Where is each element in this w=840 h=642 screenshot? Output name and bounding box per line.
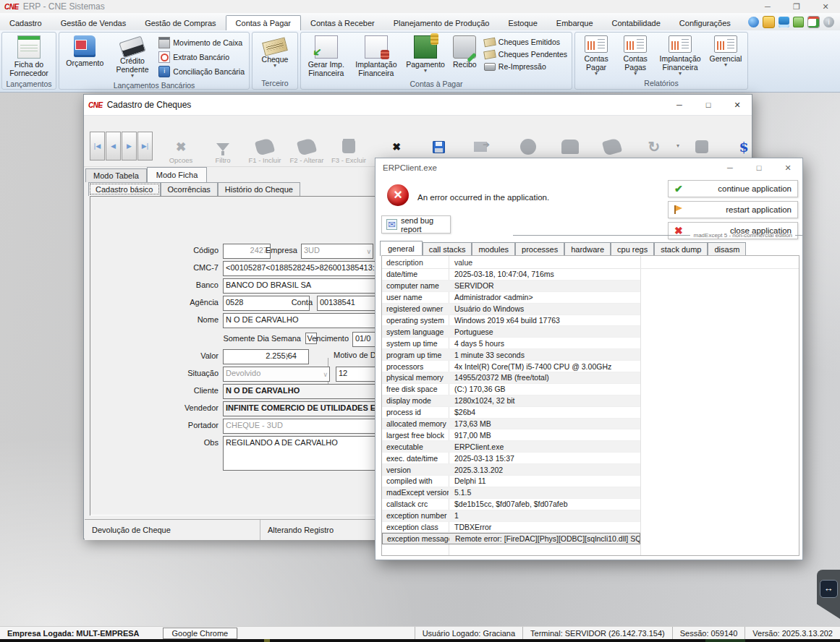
tab-cadastro-basico[interactable]: Cadastro básico [88, 182, 161, 196]
tab-modules[interactable]: modules [472, 242, 515, 256]
table-row[interactable]: operating systemWindows 2019 x64 build 1… [382, 315, 640, 327]
maximize-icon[interactable]: □ [744, 163, 773, 173]
table-row[interactable]: executableERPClient.exe [382, 441, 640, 453]
tab-contabilidade[interactable]: Contabilidade [603, 16, 670, 30]
google-chrome-task[interactable]: Google Chrome [163, 628, 238, 639]
recibo-button[interactable]: Recibo [449, 34, 481, 79]
chart-icon[interactable] [779, 17, 789, 27]
table-row[interactable]: allocated memory173,63 MB [382, 419, 640, 430]
maximize-icon[interactable]: ❐ [782, 2, 811, 12]
table-row[interactable]: version2025.3.13.202 [382, 464, 640, 476]
rel-implantacao-button[interactable]: Implantação Financeira [655, 34, 705, 78]
table-row[interactable]: system languagePortuguese [382, 326, 640, 338]
continue-application-button[interactable]: ✔ continue application [668, 180, 798, 197]
tab-general[interactable]: general [380, 241, 423, 256]
table-row[interactable]: processors4x Intel(R) Core(TM) i5-7400 C… [382, 361, 640, 372]
tab-cpu-regs[interactable]: cpu regs [611, 242, 654, 256]
filtro-button[interactable]: Filtro [202, 125, 244, 166]
table-row[interactable]: computer nameSERVIDOR [382, 281, 640, 292]
table-row-selected[interactable]: exception messageRemote error: [FireDAC]… [382, 533, 640, 544]
cheques-titlebar[interactable]: CNE Cadastro de Cheques ─ □ ✕ [84, 95, 752, 116]
next-record-button[interactable]: ▶ [122, 132, 137, 160]
movimento-caixa-button[interactable]: Movimento de Caixa [158, 37, 245, 48]
prev-record-button[interactable]: ◀ [106, 132, 121, 160]
info-icon[interactable]: i [823, 17, 834, 27]
rel-gerencial-button[interactable]: Gerencial [705, 34, 746, 78]
cheques-pendentes-button[interactable]: Cheques Pendentes [484, 49, 567, 59]
ficha-fornecedor-button[interactable]: Ficha do Fornecedor [4, 34, 54, 79]
table-row[interactable]: exec. date/time2025-03-13 15:37 [382, 453, 640, 464]
globe-icon[interactable] [748, 17, 759, 27]
orcamento-button[interactable]: Orçamento [61, 34, 109, 80]
tab-estoque[interactable]: Estoque [499, 16, 546, 30]
last-record-button[interactable]: ▶| [137, 132, 153, 160]
table-row[interactable]: compiled withDelphi 11 [382, 476, 640, 487]
credito-pendente-button[interactable]: Crédito Pendente [109, 34, 156, 80]
empresa-select[interactable]: 3UD∨ [301, 244, 373, 259]
tab-gestao-vendas[interactable]: Gestão de Vendas [51, 16, 136, 30]
send-bug-report-button[interactable]: ✉ send bug report [381, 215, 451, 234]
re-impressao-button[interactable]: Re-Impressão [484, 61, 567, 71]
tab-call-stacks[interactable]: call stacks [423, 242, 472, 256]
devolucao-dropdown-icon[interactable]: ▾ [676, 142, 679, 149]
minimize-icon[interactable]: ─ [753, 2, 782, 12]
tab-disasm[interactable]: disasm [708, 242, 746, 256]
table-row[interactable]: callstack crc$de1b15cc, $fd07afeb, $fd07… [382, 499, 640, 510]
table-row[interactable]: exception classTDBXError [382, 522, 640, 534]
tab-planejamento[interactable]: Planejamento de Produção [384, 16, 499, 30]
calendar-icon[interactable] [807, 16, 820, 28]
table-row[interactable]: registered ownerUsuário do Windows [382, 304, 640, 315]
table-row[interactable]: date/time2025-03-18, 10:47:04, 716ms [382, 269, 640, 281]
implantacao-financeira-button[interactable]: Implantação Financeira [349, 34, 402, 79]
opcoes-button[interactable]: ✖ Opcoes [160, 125, 202, 166]
table-row[interactable]: system up time4 days 5 hours [382, 338, 640, 349]
tab-configuracoes[interactable]: Configurações [670, 16, 740, 30]
close-icon[interactable]: ✕ [773, 163, 802, 173]
table-row[interactable]: process id$26b4 [382, 407, 640, 419]
extrato-bancario-button[interactable]: Extrato Bancário [158, 51, 245, 63]
table-row[interactable]: program up time1 minute 33 seconds [382, 349, 640, 361]
table-row[interactable]: display mode1280x1024, 32 bit [382, 395, 640, 407]
tab-contas-pagar[interactable]: Contas à Pagar [226, 15, 301, 30]
tab-cadastro[interactable]: Cadastro [0, 16, 51, 30]
cheques-emitidos-button[interactable]: Cheques Emitidos [484, 37, 567, 46]
tab-processes[interactable]: processes [515, 242, 564, 256]
window-logo: CNE [88, 101, 103, 109]
f3-excluir-button[interactable]: F3 - Excluir [328, 125, 370, 166]
table-row[interactable]: user nameAdministrador <admin> [382, 292, 640, 304]
tab-stack-dump[interactable]: stack dump [654, 242, 708, 256]
error-dialog-titlebar[interactable]: ERPClient.exe ─ □ ✕ [376, 158, 802, 177]
table-row[interactable]: exception number1 [382, 510, 640, 522]
tab-ocorrencias[interactable]: Ocorrências [161, 182, 218, 196]
close-icon[interactable]: ✕ [811, 2, 840, 12]
cheque-button[interactable]: Cheque [254, 34, 296, 78]
situacao-select[interactable]: Devolvido∨ [223, 367, 330, 382]
minimize-icon[interactable]: ─ [716, 163, 744, 173]
tab-embarque[interactable]: Embarque [547, 16, 603, 30]
table-row[interactable]: madExcept version5.1.5 [382, 487, 640, 499]
restart-application-button[interactable]: restart application [668, 201, 798, 218]
rel-contas-pagas-button[interactable]: Contas Pagas [616, 34, 655, 78]
tab-gestao-compras[interactable]: Gestão de Compras [135, 16, 225, 30]
tab-modo-ficha[interactable]: Modo Ficha [147, 167, 207, 182]
conciliacao-bancaria-button[interactable]: Conciliação Bancária [158, 66, 245, 77]
tab-historico-cheque[interactable]: Histório do Cheque [218, 182, 300, 196]
pagamento-button[interactable]: Pagamento [402, 34, 449, 79]
f2-alterar-button[interactable]: F2 - Alterar [286, 125, 328, 166]
table-row[interactable]: physical memory14955/20372 MB (free/tota… [382, 372, 640, 384]
table-row[interactable]: largest free block917,00 MB [382, 429, 640, 441]
rel-contas-pagar-button[interactable]: Contas Pagar [577, 34, 616, 78]
f1-incluir-button[interactable]: F1 - Incluir [244, 125, 286, 166]
close-icon[interactable]: ✕ [723, 100, 752, 110]
table-row[interactable]: free disk space(C:) 170,36 GB [382, 384, 640, 395]
maximize-icon[interactable]: □ [694, 100, 723, 110]
tab-modo-tabela[interactable]: Modo Tabela [85, 168, 147, 182]
tab-hardware[interactable]: hardware [564, 242, 611, 256]
tab-contas-receber[interactable]: Contas à Receber [301, 16, 384, 30]
ribbon-group-terceiro: Cheque Terceiro [252, 32, 298, 90]
first-record-button[interactable]: |◀ [90, 132, 105, 160]
mail-icon[interactable] [793, 17, 804, 27]
minimize-icon[interactable]: ─ [665, 100, 694, 110]
lock-icon[interactable] [763, 16, 775, 28]
gerar-imp-button[interactable]: Gerar Imp. Financeira [302, 34, 349, 79]
